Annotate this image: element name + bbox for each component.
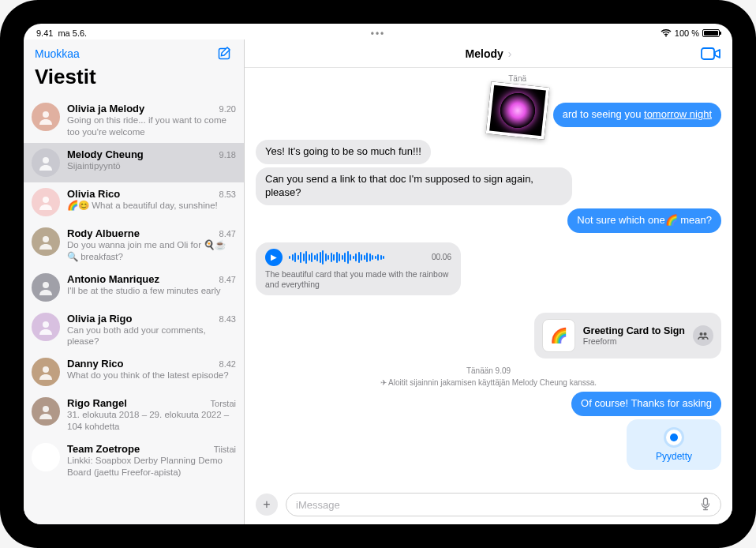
conversation-item[interactable]: Antonio Manriquez8.47I'll be at the stud… <box>24 268 244 307</box>
conversation-time: 8.47 <box>219 229 236 238</box>
svg-point-11 <box>700 332 703 336</box>
avatar <box>32 188 60 216</box>
location-label: Pyydetty <box>656 451 692 462</box>
conversation-time: 9.20 <box>219 104 236 114</box>
svg-point-8 <box>43 406 49 412</box>
conversation-preview: 🌈😊 What a beautiful day, sunshine! <box>67 200 236 212</box>
conversation-time: 9.18 <box>219 150 236 160</box>
conversation-name: Olivia ja Rigo <box>67 313 132 325</box>
collaborators-icon[interactable] <box>693 325 713 346</box>
plus-button[interactable]: + <box>256 494 278 516</box>
avatar <box>32 227 60 256</box>
attachment-thumbnail: 🌈 <box>542 319 575 352</box>
conversation-preview: What do you think of the latest episode? <box>67 370 236 381</box>
message-in[interactable]: Yes! It's going to be so much fun!!! <box>256 140 431 164</box>
conversation-item[interactable]: Rody Albuerne8.47Do you wanna join me an… <box>24 222 244 268</box>
chat-pane: Melody › Tänä ard to <box>245 39 732 524</box>
battery-icon <box>702 29 720 37</box>
avatar <box>32 103 60 131</box>
conversation-preview: Sijaintipyyntö <box>67 160 236 172</box>
facetime-button[interactable] <box>701 47 721 61</box>
conversation-time: Torstai <box>211 399 236 408</box>
message-input[interactable]: iMessage <box>286 493 721 516</box>
chat-contact-name: Melody <box>466 47 503 60</box>
conversation-item[interactable]: Olivia Rico8.53🌈😊 What a beautiful day, … <box>24 182 244 222</box>
conversation-item[interactable]: Danny Rico8.42What do you think of the l… <box>24 352 244 392</box>
battery-pct: 100 % <box>675 28 699 38</box>
chevron-right-icon: › <box>505 47 512 60</box>
conversation-name: Team Zoetrope <box>67 443 140 455</box>
conversation-name: Olivia ja Melody <box>67 103 144 114</box>
conversation-preview: Can you both add your comments, please? <box>67 325 236 347</box>
conversation-name: Danny Rico <box>67 358 124 370</box>
avatar <box>32 148 60 177</box>
conversation-preview: 31. elokuuta 2018 – 29. elokuuta 2022 – … <box>67 409 236 432</box>
conversation-time: 8.43 <box>219 314 236 324</box>
play-icon[interactable]: ▶ <box>265 249 283 266</box>
voice-message[interactable]: ▶ 00.06 The beautiful card that you made… <box>256 242 461 295</box>
status-date: ma 5.6. <box>58 28 87 38</box>
avatar <box>32 313 60 341</box>
message-out[interactable]: Not sure which one🌈 mean? <box>567 208 721 233</box>
svg-rect-13 <box>704 498 708 505</box>
conversation-item[interactable]: Olivia ja Melody9.20Going on this ride..… <box>24 97 244 143</box>
svg-point-2 <box>43 157 49 163</box>
chat-header[interactable]: Melody › <box>245 39 732 68</box>
location-share-card[interactable]: Pyydetty <box>627 419 721 470</box>
sidebar-title: Viestit <box>35 62 233 94</box>
svg-point-6 <box>43 321 49 328</box>
avatar <box>32 443 60 471</box>
conversation-preview: I'll be at the studio a few minutes earl… <box>67 285 236 297</box>
input-bar: + iMessage <box>245 488 732 524</box>
svg-point-9 <box>43 452 49 458</box>
conversation-name: Antonio Manriquez <box>67 273 159 285</box>
messages-scroll[interactable]: Tänä ard to seeing you tomorrow night Ye… <box>245 68 732 488</box>
conversation-item[interactable]: Melody Cheung9.18Sijaintipyyntö <box>24 143 244 182</box>
attachment-card[interactable]: 🌈 Greeting Card to Sign Freeform <box>534 313 721 358</box>
waveform[interactable] <box>289 250 425 265</box>
mic-icon[interactable] <box>700 497 711 512</box>
system-message: ✈ Aloitit sijainnin jakamisen käyttäjän … <box>256 378 721 387</box>
message-in[interactable]: Can you send a link to that doc I'm supp… <box>256 167 572 205</box>
svg-rect-10 <box>702 48 714 59</box>
conversation-time: Tiistai <box>214 445 236 454</box>
conversation-name: Rigo Rangel <box>67 397 127 409</box>
avatar <box>32 397 60 426</box>
conversation-item[interactable]: Olivia ja Rigo8.43Can you both add your … <box>24 307 244 353</box>
attachment-subtitle: Freeform <box>583 336 685 346</box>
conversation-time: 8.47 <box>219 275 236 284</box>
location-dot-icon <box>664 427 684 448</box>
conversation-name: Melody Cheung <box>67 148 144 160</box>
conversation-preview: Linkki: Soapbox Derby Planning Demo Boar… <box>67 455 236 478</box>
sidebar: Muokkaa Viestit Olivia ja Melody9.20Goin… <box>24 39 245 524</box>
edit-button[interactable]: Muokkaa <box>35 47 80 60</box>
multitask-indicator[interactable]: ••• <box>371 28 386 39</box>
conversation-time: 8.53 <box>219 190 236 199</box>
day-label: Tänä <box>508 74 526 83</box>
voice-duration: 00.06 <box>432 253 451 261</box>
svg-point-4 <box>43 236 49 242</box>
svg-point-12 <box>704 332 707 336</box>
avatar <box>32 358 60 386</box>
voice-transcript: The beautiful card that you made with th… <box>265 269 451 291</box>
compose-icon[interactable] <box>217 46 233 62</box>
conversation-name: Rody Albuerne <box>67 227 140 239</box>
message-out[interactable]: Of course! Thanks for asking <box>571 392 721 416</box>
svg-point-5 <box>43 282 49 288</box>
conversation-item[interactable]: Rigo RangelTorstai31. elokuuta 2018 – 29… <box>24 392 244 437</box>
message-out[interactable]: ard to seeing you tomorrow night <box>553 103 721 127</box>
firework-image-attachment[interactable] <box>485 81 548 139</box>
conversation-time: 8.42 <box>219 359 236 369</box>
conversation-preview: Going on this ride... if you want to com… <box>67 114 236 137</box>
attachment-title: Greeting Card to Sign <box>583 325 685 336</box>
svg-point-7 <box>43 366 49 373</box>
svg-point-3 <box>43 197 49 203</box>
wifi-icon <box>661 29 672 37</box>
conversation-list[interactable]: Olivia ja Melody9.20Going on this ride..… <box>24 97 244 524</box>
conversation-item[interactable]: Team ZoetropeTiistaiLinkki: Soapbox Derb… <box>24 437 244 483</box>
conversation-preview: Do you wanna join me and Oli for 🍳☕🔍 bre… <box>67 239 236 262</box>
avatar <box>32 273 60 302</box>
system-timestamp: Tänään 9.09 <box>256 366 721 375</box>
svg-point-1 <box>43 111 49 118</box>
conversation-name: Olivia Rico <box>67 188 120 200</box>
